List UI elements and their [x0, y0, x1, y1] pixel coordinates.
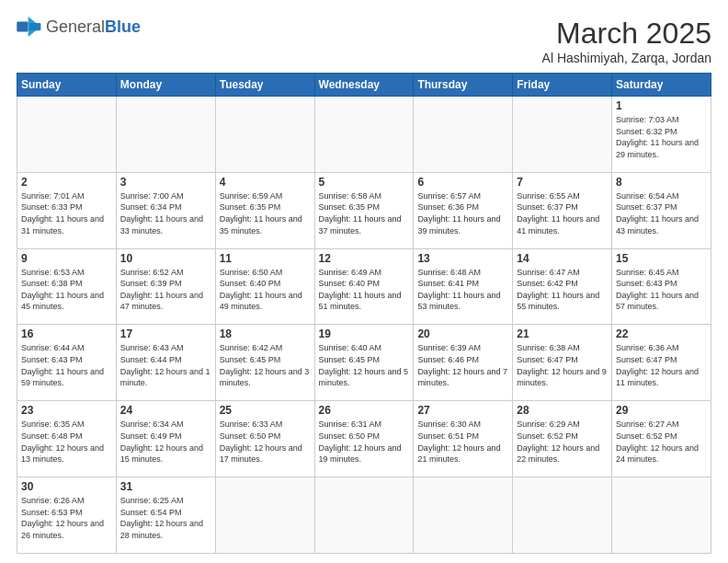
logo-text: GeneralBlue: [46, 17, 141, 37]
calendar-cell: [513, 477, 612, 554]
day-info: Sunrise: 6:44 AMSunset: 6:43 PMDaylight:…: [21, 343, 104, 387]
day-info: Sunrise: 6:58 AMSunset: 6:35 PMDaylight:…: [319, 191, 402, 236]
weekday-header-saturday: Saturday: [612, 74, 711, 97]
calendar-cell: 22Sunrise: 6:36 AMSunset: 6:47 PMDayligh…: [612, 325, 711, 401]
generalblue-logo-icon: [17, 17, 42, 37]
day-info: Sunrise: 6:25 AMSunset: 6:54 PMDaylight:…: [120, 496, 203, 540]
calendar-cell: 1Sunrise: 7:03 AMSunset: 6:32 PMDaylight…: [612, 97, 711, 173]
calendar-cell: 12Sunrise: 6:49 AMSunset: 6:40 PMDayligh…: [314, 248, 414, 325]
day-info: Sunrise: 6:39 AMSunset: 6:46 PMDaylight:…: [417, 343, 507, 387]
calendar-body: 1Sunrise: 7:03 AMSunset: 6:32 PMDaylight…: [17, 97, 711, 554]
calendar-cell: [215, 97, 314, 173]
day-info: Sunrise: 6:52 AMSunset: 6:39 PMDaylight:…: [120, 268, 203, 312]
day-info: Sunrise: 6:30 AMSunset: 6:51 PMDaylight:…: [417, 419, 500, 464]
calendar-cell: 15Sunrise: 6:45 AMSunset: 6:43 PMDayligh…: [612, 248, 711, 325]
day-info: Sunrise: 6:40 AMSunset: 6:45 PMDaylight:…: [319, 343, 409, 387]
calendar-cell: 6Sunrise: 6:57 AMSunset: 6:36 PMDaylight…: [414, 172, 513, 248]
calendar-week-1: 2Sunrise: 7:01 AMSunset: 6:33 PMDaylight…: [17, 172, 711, 248]
calendar-cell: 10Sunrise: 6:52 AMSunset: 6:39 PMDayligh…: [116, 248, 215, 325]
day-number: 5: [319, 176, 410, 189]
calendar-cell: 23Sunrise: 6:35 AMSunset: 6:48 PMDayligh…: [17, 401, 117, 477]
calendar-cell: 4Sunrise: 6:59 AMSunset: 6:35 PMDaylight…: [215, 172, 314, 248]
weekday-header-wednesday: Wednesday: [314, 74, 414, 97]
day-number: 20: [417, 327, 508, 340]
calendar-cell: 8Sunrise: 6:54 AMSunset: 6:37 PMDaylight…: [612, 172, 711, 248]
day-number: 9: [21, 252, 112, 265]
day-info: Sunrise: 6:34 AMSunset: 6:49 PMDaylight:…: [120, 419, 203, 464]
svg-rect-2: [29, 23, 40, 30]
day-info: Sunrise: 7:00 AMSunset: 6:34 PMDaylight:…: [120, 191, 203, 236]
day-number: 12: [319, 252, 410, 265]
day-info: Sunrise: 6:59 AMSunset: 6:35 PMDaylight:…: [220, 191, 302, 236]
day-number: 1: [616, 99, 707, 112]
calendar-cell: 5Sunrise: 6:58 AMSunset: 6:35 PMDaylight…: [314, 172, 414, 248]
calendar-cell: 7Sunrise: 6:55 AMSunset: 6:37 PMDaylight…: [513, 172, 612, 248]
calendar-cell: [314, 477, 414, 554]
day-number: 18: [220, 327, 311, 340]
day-number: 6: [417, 176, 508, 189]
calendar-cell: 24Sunrise: 6:34 AMSunset: 6:49 PMDayligh…: [116, 401, 215, 477]
day-info: Sunrise: 6:50 AMSunset: 6:40 PMDaylight:…: [220, 268, 302, 312]
calendar-week-0: 1Sunrise: 7:03 AMSunset: 6:32 PMDaylight…: [17, 97, 711, 173]
calendar-cell: 26Sunrise: 6:31 AMSunset: 6:50 PMDayligh…: [314, 401, 414, 477]
day-info: Sunrise: 6:38 AMSunset: 6:47 PMDaylight:…: [517, 343, 607, 387]
day-info: Sunrise: 6:45 AMSunset: 6:43 PMDaylight:…: [616, 268, 699, 312]
calendar-cell: 31Sunrise: 6:25 AMSunset: 6:54 PMDayligh…: [116, 477, 215, 554]
day-info: Sunrise: 6:31 AMSunset: 6:50 PMDaylight:…: [319, 419, 402, 464]
calendar-cell: [17, 97, 117, 173]
day-info: Sunrise: 6:42 AMSunset: 6:45 PMDaylight:…: [220, 343, 310, 387]
calendar-cell: 25Sunrise: 6:33 AMSunset: 6:50 PMDayligh…: [215, 401, 314, 477]
day-number: 17: [120, 327, 211, 340]
header: GeneralBlue March 2025 Al Hashimiyah, Za…: [17, 17, 711, 65]
calendar-cell: 17Sunrise: 6:43 AMSunset: 6:44 PMDayligh…: [116, 325, 215, 401]
calendar-cell: [116, 97, 215, 173]
day-number: 28: [517, 404, 608, 417]
calendar-cell: 3Sunrise: 7:00 AMSunset: 6:34 PMDaylight…: [116, 172, 215, 248]
calendar-week-2: 9Sunrise: 6:53 AMSunset: 6:38 PMDaylight…: [17, 248, 711, 325]
day-number: 21: [517, 327, 608, 340]
day-number: 8: [616, 176, 707, 189]
weekday-header-tuesday: Tuesday: [215, 74, 314, 97]
day-info: Sunrise: 6:55 AMSunset: 6:37 PMDaylight:…: [517, 191, 599, 236]
weekday-header-monday: Monday: [116, 74, 215, 97]
calendar-cell: 9Sunrise: 6:53 AMSunset: 6:38 PMDaylight…: [17, 248, 117, 325]
calendar-cell: [414, 477, 513, 554]
weekday-header-friday: Friday: [513, 74, 612, 97]
calendar-cell: 14Sunrise: 6:47 AMSunset: 6:42 PMDayligh…: [513, 248, 612, 325]
day-number: 27: [417, 404, 508, 417]
day-number: 25: [220, 404, 311, 417]
day-number: 22: [616, 327, 707, 340]
calendar-table: SundayMondayTuesdayWednesdayThursdayFrid…: [17, 73, 711, 554]
day-info: Sunrise: 7:01 AMSunset: 6:33 PMDaylight:…: [21, 191, 104, 236]
calendar-header: SundayMondayTuesdayWednesdayThursdayFrid…: [17, 74, 711, 97]
location-title: Al Hashimiyah, Zarqa, Jordan: [542, 51, 711, 65]
day-number: 24: [120, 404, 211, 417]
calendar-cell: 30Sunrise: 6:26 AMSunset: 6:53 PMDayligh…: [17, 477, 117, 554]
day-number: 14: [517, 252, 608, 265]
day-info: Sunrise: 6:49 AMSunset: 6:40 PMDaylight:…: [319, 268, 402, 312]
calendar-cell: 18Sunrise: 6:42 AMSunset: 6:45 PMDayligh…: [215, 325, 314, 401]
month-title: March 2025: [542, 17, 711, 51]
calendar-cell: [215, 477, 314, 554]
day-number: 2: [21, 176, 112, 189]
calendar-cell: [414, 97, 513, 173]
day-number: 30: [21, 480, 112, 493]
day-info: Sunrise: 6:48 AMSunset: 6:41 PMDaylight:…: [417, 268, 500, 312]
calendar-cell: 11Sunrise: 6:50 AMSunset: 6:40 PMDayligh…: [215, 248, 314, 325]
logo: GeneralBlue: [17, 17, 141, 37]
day-number: 10: [120, 252, 211, 265]
svg-rect-0: [17, 22, 28, 32]
calendar-cell: 13Sunrise: 6:48 AMSunset: 6:41 PMDayligh…: [414, 248, 513, 325]
day-info: Sunrise: 6:35 AMSunset: 6:48 PMDaylight:…: [21, 419, 104, 464]
day-number: 4: [220, 176, 311, 189]
weekday-header-thursday: Thursday: [414, 74, 513, 97]
day-info: Sunrise: 6:43 AMSunset: 6:44 PMDaylight:…: [120, 343, 210, 387]
day-number: 16: [21, 327, 112, 340]
day-number: 11: [220, 252, 311, 265]
day-info: Sunrise: 6:47 AMSunset: 6:42 PMDaylight:…: [517, 268, 599, 312]
calendar-cell: 16Sunrise: 6:44 AMSunset: 6:43 PMDayligh…: [17, 325, 117, 401]
calendar-week-5: 30Sunrise: 6:26 AMSunset: 6:53 PMDayligh…: [17, 477, 711, 554]
calendar-cell: 27Sunrise: 6:30 AMSunset: 6:51 PMDayligh…: [414, 401, 513, 477]
calendar-week-3: 16Sunrise: 6:44 AMSunset: 6:43 PMDayligh…: [17, 325, 711, 401]
day-number: 19: [319, 327, 410, 340]
